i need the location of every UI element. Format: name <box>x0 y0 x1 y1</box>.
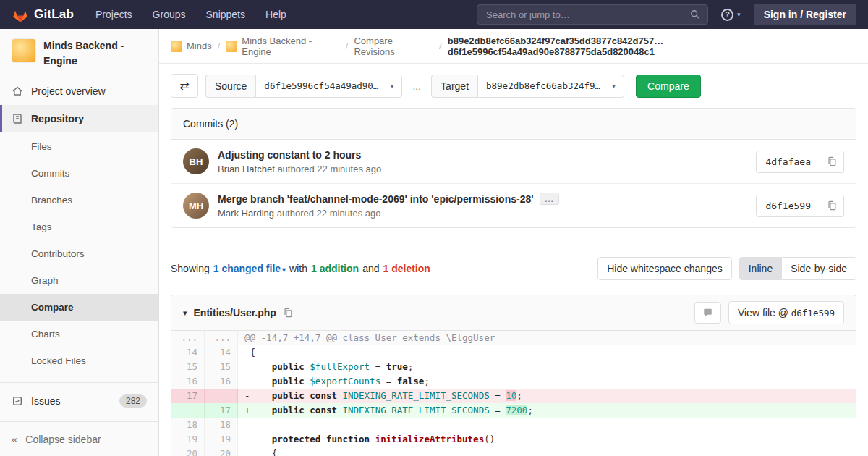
old-line-number[interactable]: ... <box>171 331 205 345</box>
old-line-number[interactable]: 14 <box>171 345 205 360</box>
old-line-number[interactable]: 19 <box>171 432 205 447</box>
breadcrumb-item[interactable]: Minds <box>171 41 212 52</box>
sidebar-subitem-branches[interactable]: Branches <box>0 187 158 214</box>
brand-name: GitLab <box>34 7 74 22</box>
hide-whitespace-button[interactable]: Hide whitespace changes <box>597 257 732 280</box>
sidebar-subitem-graph[interactable]: Graph <box>0 267 158 294</box>
search-box[interactable] <box>477 4 708 25</box>
sidebar-subitem-locked-files[interactable]: Locked Files <box>0 347 158 374</box>
gitlab-logo[interactable]: GitLab <box>12 7 74 23</box>
commit-row: BH Adjusting constant to 2 hours Brian H… <box>171 140 856 183</box>
side-by-side-view-button[interactable]: Side-by-side <box>782 257 856 280</box>
with-label: with <box>289 263 307 274</box>
nav-item-projects[interactable]: Projects <box>95 9 132 20</box>
diff-line-content: protected function initializeAttributes(… <box>238 432 856 447</box>
diff-line-content: public $exportCounts = false; <box>238 374 856 389</box>
sidebar-subitem-compare[interactable]: Compare <box>0 294 158 321</box>
project-context[interactable]: Minds Backend - Engine <box>0 29 158 77</box>
sidebar-item-project-overview[interactable]: Project overview <box>0 77 158 105</box>
copy-sha-button[interactable] <box>820 195 844 217</box>
help-dropdown[interactable]: ? ▾ <box>721 9 741 21</box>
old-line-number[interactable]: 16 <box>171 374 205 389</box>
sidebar-subitem-tags[interactable]: Tags <box>0 214 158 240</box>
sidebar-item-label: Repository <box>31 113 84 124</box>
diff-view-toggle: Inline Side-by-side <box>739 257 856 280</box>
target-label: Target <box>431 75 477 98</box>
new-line-number[interactable]: ... <box>205 331 238 345</box>
sidebar-subitem-charts[interactable]: Charts <box>0 321 158 347</box>
swap-revisions-button[interactable]: ⇄ <box>171 74 198 98</box>
copy-icon <box>827 200 837 211</box>
changed-files-dropdown[interactable]: 1 changed file▾ <box>213 263 286 274</box>
commit-row: MH Merge branch 'feat/channel-mode-2069'… <box>171 183 856 227</box>
search-input[interactable] <box>485 9 690 21</box>
collapse-sidebar-label: Collapse sidebar <box>25 434 101 445</box>
compare-form: ⇄ Source d6f1e5996cf54a49ad90… ▾ ... Tar… <box>159 64 868 106</box>
new-line-number[interactable] <box>205 389 238 403</box>
compare-button[interactable]: Compare <box>636 75 701 98</box>
diff-file-name[interactable]: Entities/User.php <box>194 307 276 318</box>
inline-view-button[interactable]: Inline <box>739 257 782 280</box>
navbar-menu: ProjectsGroupsSnippetsHelp <box>95 9 286 20</box>
old-line-number[interactable]: 18 <box>171 418 205 432</box>
expand-commit-description-button[interactable]: … <box>540 193 559 205</box>
old-line-number[interactable]: 17 <box>171 389 205 403</box>
breadcrumb-item-label: Minds Backend - Engine <box>242 35 340 57</box>
copy-file-path-button[interactable] <box>283 308 293 318</box>
old-line-number[interactable] <box>171 403 205 418</box>
commit-title-link[interactable]: Merge branch 'feat/channel-mode-2069' in… <box>218 193 534 205</box>
sidebar-subitem-contributors[interactable]: Contributors <box>0 240 158 267</box>
nav-item-snippets[interactable]: Snippets <box>206 9 245 20</box>
sidebar-item-issues[interactable]: Issues 282 <box>0 387 158 415</box>
repository-submenu: FilesCommitsBranchesTagsContributorsGrap… <box>0 132 158 378</box>
copy-sha-button[interactable] <box>820 151 844 173</box>
sidebar-item-repository[interactable]: Repository <box>0 105 158 132</box>
collapse-sidebar-button[interactable]: « Collapse sidebar <box>0 421 158 456</box>
new-line-number[interactable]: 14 <box>205 345 238 360</box>
diff-line-content <box>238 418 856 432</box>
new-line-number[interactable]: 19 <box>205 432 238 447</box>
diff-line-content: @@ -14,7 +14,7 @@ class User extends \El… <box>238 331 856 345</box>
commit-meta-text: authored 22 minutes ago <box>277 164 381 174</box>
breadcrumb-separator: / <box>218 41 221 51</box>
chevron-down-icon: ▾ <box>612 82 616 90</box>
commits-header: Commits (2) <box>171 109 856 140</box>
diff-line: 17+ public const INDEXING_RATE_LIMIT_SEC… <box>171 403 856 418</box>
diff-line: ......@@ -14,7 +14,7 @@ class User exten… <box>171 331 856 345</box>
commit-author-link[interactable]: Brian Hatchet <box>218 164 275 174</box>
commit-sha-button[interactable]: 4dfafaea <box>756 151 820 173</box>
breadcrumb: Minds/Minds Backend - Engine/Compare Rev… <box>159 29 868 64</box>
new-line-number[interactable]: 17 <box>205 403 238 418</box>
commit-author-link[interactable]: Mark Harding <box>218 208 274 219</box>
target-ref-dropdown[interactable]: b89e2db8efc66ab324f9… ▾ <box>477 75 624 98</box>
new-line-number[interactable]: 16 <box>205 374 238 389</box>
range-ellipsis: ... <box>412 80 421 92</box>
old-line-number[interactable]: 20 <box>171 447 205 456</box>
commit-sha-button[interactable]: d6f1e599 <box>756 195 820 217</box>
toggle-comments-button[interactable] <box>694 302 721 324</box>
old-line-number[interactable]: 15 <box>171 360 205 374</box>
sidebar-item-label: Issues <box>31 395 60 407</box>
breadcrumb-separator: / <box>346 41 349 51</box>
new-line-number[interactable]: 20 <box>205 447 238 456</box>
sidebar-subitem-commits[interactable]: Commits <box>0 160 158 187</box>
sidebar-subitem-files[interactable]: Files <box>0 133 158 160</box>
sign-in-button[interactable]: Sign in / Register <box>754 4 856 25</box>
collapse-file-icon[interactable]: ▾ <box>183 308 187 318</box>
commit-title-link[interactable]: Adjusting constant to 2 hours <box>218 149 361 161</box>
main-content: Minds/Minds Backend - Engine/Compare Rev… <box>159 29 868 456</box>
nav-item-groups[interactable]: Groups <box>153 9 186 20</box>
breadcrumb-item-label: Minds <box>187 41 212 51</box>
new-line-number[interactable]: 18 <box>205 418 238 432</box>
breadcrumb-current-sha: b89e2db8efc66ab324f97caf35dd3877c842d757… <box>448 35 856 57</box>
diff-line: 1818 <box>171 418 856 432</box>
view-file-button[interactable]: View file @ d6f1e599 <box>728 301 844 324</box>
source-ref-dropdown[interactable]: d6f1e5996cf54a49ad90… ▾ <box>255 75 402 98</box>
new-line-number[interactable]: 15 <box>205 360 238 374</box>
diff-file-header: ▾ Entities/User.php View file @ d6f1e599 <box>171 295 856 331</box>
breadcrumb-item[interactable]: Minds Backend - Engine <box>226 35 340 57</box>
top-navbar: GitLab ProjectsGroupsSnippetsHelp ? ▾ Si… <box>0 0 868 29</box>
diff-line-content: + public const INDEXING_RATE_LIMIT_SECON… <box>238 403 856 418</box>
nav-item-help[interactable]: Help <box>265 9 286 20</box>
breadcrumb-item[interactable]: Compare Revisions <box>354 35 433 57</box>
